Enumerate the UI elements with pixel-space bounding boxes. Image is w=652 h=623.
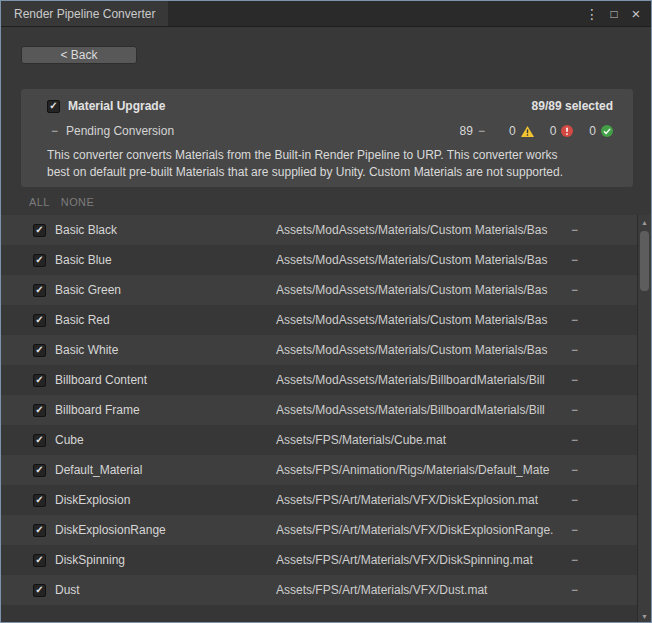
item-path: Assets/FPS/Art/Materials/VFX/DiskExplosi…	[276, 523, 571, 537]
list-item[interactable]: ✓ Dust Assets/FPS/Art/Materials/VFX/Dust…	[1, 575, 639, 605]
item-checkbox[interactable]: ✓	[33, 464, 46, 477]
item-checkbox[interactable]: ✓	[33, 374, 46, 387]
select-none-button[interactable]: NONE	[61, 196, 94, 208]
item-status-dash: −	[571, 373, 639, 387]
item-status-dash: −	[571, 253, 639, 267]
checkmark-icon: ✓	[35, 315, 43, 325]
pending-count: 89	[460, 124, 473, 138]
maximize-icon[interactable]: □	[607, 8, 621, 20]
item-path: Assets/FPS/Animation/Rigs/Materials/Defa…	[276, 463, 571, 477]
item-path: Assets/FPS/Art/Materials/VFX/DiskSpinnin…	[276, 553, 571, 567]
list-item[interactable]: ✓ Basic Black Assets/ModAssets/Materials…	[1, 215, 639, 245]
item-name: Cube	[55, 433, 276, 447]
scrollbar-thumb[interactable]	[640, 231, 649, 291]
checkmark-icon: ✓	[35, 345, 43, 355]
list-item[interactable]: ✓ DiskExplosionRange Assets/FPS/Art/Mate…	[1, 515, 639, 545]
list-item[interactable]: ✓ Basic White Assets/ModAssets/Materials…	[1, 335, 639, 365]
scroll-up-arrow[interactable]: ▲	[638, 215, 651, 229]
scroll-down-arrow[interactable]: ▼	[638, 609, 651, 623]
converter-description: This converter converts Materials from t…	[21, 138, 607, 180]
checkmark-icon: ✓	[35, 495, 43, 505]
item-name: Billboard Frame	[55, 403, 276, 417]
item-status-dash: −	[571, 283, 639, 297]
warning-count: 0	[509, 124, 516, 138]
checkmark-icon: ✓	[35, 405, 43, 415]
item-name: Basic Blue	[55, 253, 276, 267]
checkmark-icon: ✓	[35, 525, 43, 535]
error-count: 0	[550, 124, 557, 138]
item-checkbox[interactable]: ✓	[33, 344, 46, 357]
list-item[interactable]: ✓ Basic Red Assets/ModAssets/Materials/C…	[1, 305, 639, 335]
checkmark-icon: ✓	[35, 285, 43, 295]
item-checkbox[interactable]: ✓	[33, 554, 46, 567]
converter-checkbox[interactable]: ✓	[47, 100, 60, 113]
item-name: Basic Black	[55, 223, 276, 237]
list-item[interactable]: ✓ Default_Material Assets/FPS/Animation/…	[1, 455, 639, 485]
list-item[interactable]: ✓ DiskExplosion Assets/FPS/Art/Materials…	[1, 485, 639, 515]
item-name: Basic Red	[55, 313, 276, 327]
item-checkbox[interactable]: ✓	[33, 254, 46, 267]
titlebar: Render Pipeline Converter ⋮ □ ×	[1, 1, 651, 27]
window-title: Render Pipeline Converter	[14, 7, 155, 21]
item-path: Assets/FPS/Materials/Cube.mat	[276, 433, 571, 447]
item-status-dash: −	[571, 493, 639, 507]
item-status-dash: −	[571, 523, 639, 537]
item-status-dash: −	[571, 223, 639, 237]
item-path: Assets/ModAssets/Materials/Custom Materi…	[276, 343, 571, 357]
converter-title: Material Upgrade	[68, 99, 165, 113]
item-checkbox[interactable]: ✓	[33, 224, 46, 237]
success-count: 0	[589, 124, 596, 138]
item-checkbox[interactable]: ✓	[33, 494, 46, 507]
back-button[interactable]: < Back	[21, 46, 137, 64]
selection-controls: ALL NONE	[29, 196, 94, 208]
item-status-dash: −	[571, 583, 639, 597]
checkmark-icon: ✓	[49, 101, 57, 111]
checkmark-icon: ✓	[35, 375, 43, 385]
item-path: Assets/ModAssets/Materials/Custom Materi…	[276, 253, 571, 267]
selected-count: 89/89 selected	[532, 99, 613, 113]
item-path: Assets/ModAssets/Materials/Custom Materi…	[276, 223, 571, 237]
converter-header: ✓ Material Upgrade 89/89 selected	[21, 89, 633, 113]
warning-icon	[521, 126, 534, 137]
item-path: Assets/ModAssets/Materials/BillboardMate…	[276, 403, 571, 417]
close-icon[interactable]: ×	[629, 6, 643, 21]
item-name: Default_Material	[55, 463, 276, 477]
item-status-dash: −	[571, 463, 639, 477]
material-list: ✓ Basic Black Assets/ModAssets/Materials…	[1, 215, 639, 623]
item-name: DiskExplosionRange	[55, 523, 276, 537]
item-status-dash: −	[571, 343, 639, 357]
item-path: Assets/ModAssets/Materials/Custom Materi…	[276, 283, 571, 297]
list-item[interactable]: ✓ Basic Blue Assets/ModAssets/Materials/…	[1, 245, 639, 275]
item-name: DiskExplosion	[55, 493, 276, 507]
list-item[interactable]: ✓ Billboard Frame Assets/ModAssets/Mater…	[1, 395, 639, 425]
item-path: Assets/FPS/Art/Materials/VFX/DiskExplosi…	[276, 493, 571, 507]
checkmark-icon: ✓	[35, 225, 43, 235]
item-checkbox[interactable]: ✓	[33, 524, 46, 537]
pending-count-dash-icon: −	[478, 124, 485, 138]
item-checkbox[interactable]: ✓	[33, 404, 46, 417]
item-name: Billboard Content	[55, 373, 276, 387]
scrollbar[interactable]: ▲ ▼	[637, 215, 651, 623]
titlebar-controls: ⋮ □ ×	[585, 1, 651, 26]
checkmark-icon: ✓	[35, 255, 43, 265]
item-path: Assets/ModAssets/Materials/BillboardMate…	[276, 373, 571, 387]
item-checkbox[interactable]: ✓	[33, 314, 46, 327]
item-name: DiskSpinning	[55, 553, 276, 567]
item-name: Basic White	[55, 343, 276, 357]
window-tab[interactable]: Render Pipeline Converter	[1, 1, 168, 26]
list-item[interactable]: ✓ Cube Assets/FPS/Materials/Cube.mat −	[1, 425, 639, 455]
window-content: < Back ✓ Material Upgrade 89/89 selected…	[1, 27, 651, 623]
item-checkbox[interactable]: ✓	[33, 284, 46, 297]
item-name: Basic Green	[55, 283, 276, 297]
menu-icon[interactable]: ⋮	[585, 7, 599, 21]
item-checkbox[interactable]: ✓	[33, 434, 46, 447]
list-item[interactable]: ✓ Basic Green Assets/ModAssets/Materials…	[1, 275, 639, 305]
item-checkbox[interactable]: ✓	[33, 584, 46, 597]
checkmark-icon: ✓	[35, 555, 43, 565]
list-item[interactable]: ✓ Billboard Content Assets/ModAssets/Mat…	[1, 365, 639, 395]
render-pipeline-converter-window: Render Pipeline Converter ⋮ □ × < Back ✓…	[0, 0, 652, 623]
checkmark-icon: ✓	[35, 585, 43, 595]
checkmark-icon: ✓	[35, 465, 43, 475]
list-item[interactable]: ✓ DiskSpinning Assets/FPS/Art/Materials/…	[1, 545, 639, 575]
select-all-button[interactable]: ALL	[29, 196, 50, 208]
